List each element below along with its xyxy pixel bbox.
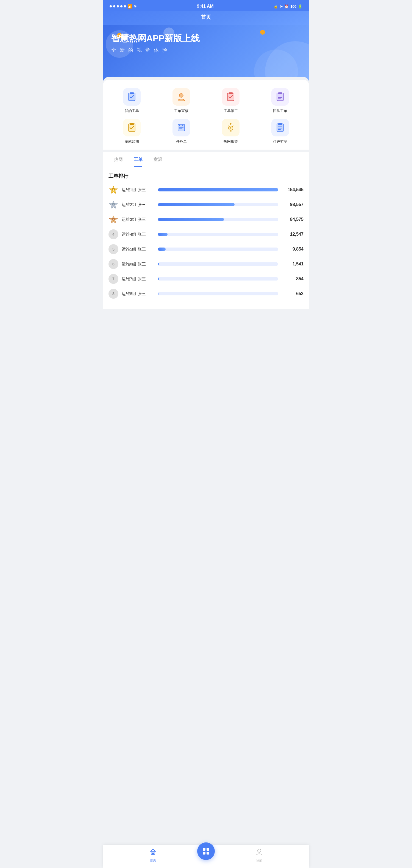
- rank-bar: [158, 233, 168, 236]
- rank-number: 6: [108, 259, 118, 269]
- workorder-dispatch-label: 工单派工: [224, 108, 238, 113]
- menu-grid: 我的工单 工单审核 工单派工: [103, 80, 309, 150]
- rank-number: 7: [108, 274, 118, 284]
- ranking-title: 工单排行: [108, 173, 304, 179]
- battery-level: 100: [290, 4, 296, 8]
- signal-dot1: [110, 5, 112, 7]
- rank-name: 运维8组 张三: [122, 291, 154, 297]
- rank-name: 运维3组 张三: [122, 217, 154, 222]
- rank-bar: [158, 188, 278, 191]
- mine-label: 我的: [256, 858, 262, 863]
- rank-value: 98,557: [281, 202, 304, 207]
- rank-value: 9,854: [281, 247, 304, 252]
- rank-name: 运维7组 张三: [122, 276, 154, 282]
- alarm-icon: ⏰: [284, 4, 289, 8]
- mine-icon: [255, 848, 263, 857]
- rank-value: 12,547: [281, 232, 304, 237]
- rank-value: 154,545: [281, 187, 304, 192]
- team-workorder-label: 团队工单: [273, 108, 287, 113]
- wifi-icon: 📶: [128, 4, 132, 8]
- heat-alarm-label: 热网报警: [224, 139, 238, 144]
- svg-point-44: [258, 849, 261, 852]
- brightness-icon: ✳: [134, 4, 137, 8]
- rank-value: 652: [281, 291, 304, 296]
- rank-name: 运维6组 张三: [122, 261, 154, 267]
- center-nav-button[interactable]: [197, 842, 215, 860]
- menu-item-station-monitor[interactable]: 单站监测: [108, 119, 155, 144]
- svg-rect-6: [278, 92, 282, 94]
- rank-bar: [158, 248, 166, 251]
- ranking-item: 8 运维8组 张三 652: [108, 289, 304, 299]
- rank-badge-silver: 2: [108, 200, 118, 210]
- rank-badge-gold: 1: [108, 185, 118, 195]
- svg-rect-16: [179, 125, 180, 126]
- team-workorder-icon: [271, 88, 289, 105]
- ranking-item: 1 运维1组 张三 154,545: [108, 185, 304, 195]
- ranking-item: 4 运维4组 张三 12,547: [108, 229, 304, 239]
- menu-item-task-list[interactable]: 任务单: [158, 119, 205, 144]
- ranking-section: 工单排行 1 运维1组 张三 154,545 2 运维2组 张三: [103, 167, 309, 309]
- task-list-label: 任务单: [176, 139, 187, 144]
- svg-point-2: [179, 94, 183, 97]
- signal-dot2: [113, 5, 115, 7]
- svg-line-21: [232, 126, 233, 126]
- menu-item-heat-alarm[interactable]: 热网报警: [207, 119, 254, 144]
- svg-rect-5: [277, 93, 283, 101]
- battery-icon: 🔋: [298, 4, 302, 8]
- rank-bar: [158, 218, 224, 221]
- rank-number: 5: [108, 244, 118, 254]
- menu-item-my-workorder[interactable]: 我的工单: [108, 88, 155, 113]
- home-icon: [149, 848, 157, 857]
- rank-bar-container: [158, 188, 278, 191]
- rank-bar-container: [158, 292, 278, 296]
- rank-value: 854: [281, 276, 304, 281]
- ranking-item: 2 运维2组 张三 98,557: [108, 200, 304, 210]
- svg-text:2: 2: [113, 204, 114, 206]
- svg-rect-25: [278, 123, 282, 125]
- rank-name: 运维4组 张三: [122, 232, 154, 237]
- rank-number: 8: [108, 289, 118, 299]
- banner-title: 智慧热网APP新版上线: [111, 33, 301, 43]
- workorder-review-icon: [172, 88, 190, 105]
- ranking-list: 1 运维1组 张三 154,545 2 运维2组 张三 98,557 3: [108, 185, 304, 299]
- resident-monitor-label: 住户监测: [273, 139, 287, 144]
- status-right: 🔒 ➤ ⏰ 100 🔋: [274, 4, 302, 8]
- station-monitor-icon: [123, 119, 141, 136]
- time-display: 9:41 AM: [197, 4, 214, 9]
- rank-bar: [158, 262, 159, 266]
- svg-rect-39: [152, 853, 154, 855]
- workorder-review-label: 工单审核: [174, 108, 188, 113]
- rank-name: 运维1组 张三: [122, 187, 154, 192]
- svg-rect-24: [277, 124, 283, 131]
- lock-icon: 🔒: [274, 4, 278, 8]
- svg-rect-43: [207, 852, 209, 855]
- rank-value: 1,541: [281, 261, 304, 267]
- svg-rect-17: [182, 125, 183, 126]
- tab-room-temp[interactable]: 室温: [148, 152, 168, 167]
- content-area: 我的工单 工单审核 工单派工: [103, 77, 309, 309]
- tabs-section: 热网 工单 室温 工单排行 1 运维1组 张三 154,545 2: [103, 152, 309, 309]
- tab-workorder[interactable]: 工单: [128, 152, 148, 167]
- menu-item-resident-monitor[interactable]: 住户监测: [257, 119, 304, 144]
- rank-bar: [158, 277, 159, 281]
- rank-bar-container: [158, 218, 278, 221]
- tab-heat-network[interactable]: 热网: [108, 152, 128, 167]
- menu-item-workorder-dispatch[interactable]: 工单派工: [207, 88, 254, 113]
- menu-item-workorder-review[interactable]: 工单审核: [158, 88, 205, 113]
- nav-mine[interactable]: 我的: [215, 848, 304, 863]
- workorder-dispatch-icon: [222, 88, 240, 105]
- resident-monitor-icon: [271, 119, 289, 136]
- status-bar: 📶 ✳ 9:41 AM 🔒 ➤ ⏰ 100 🔋: [103, 0, 309, 11]
- nav-home[interactable]: 首页: [108, 848, 197, 863]
- signal-dot5: [124, 5, 126, 7]
- ranking-item: 7 运维7组 张三 854: [108, 274, 304, 284]
- page-title: 首页: [103, 14, 309, 25]
- svg-rect-4: [229, 92, 233, 94]
- svg-rect-41: [207, 848, 209, 851]
- svg-rect-42: [203, 852, 205, 855]
- task-list-icon: [172, 119, 190, 136]
- rank-name: 运维2组 张三: [122, 202, 154, 207]
- location-icon: ➤: [280, 4, 283, 8]
- menu-item-team-workorder[interactable]: 团队工单: [257, 88, 304, 113]
- my-workorder-label: 我的工单: [125, 108, 139, 113]
